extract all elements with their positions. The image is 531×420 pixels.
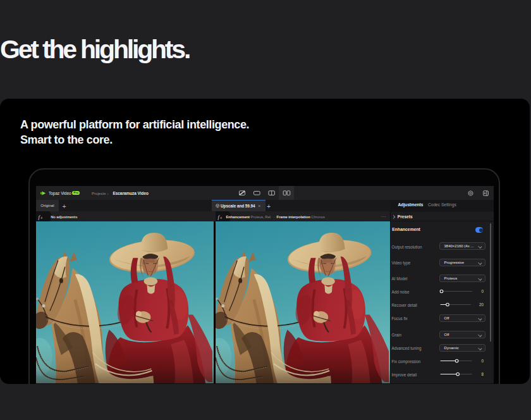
svg-text:0: 0	[481, 289, 484, 293]
svg-text:8: 8	[481, 372, 484, 376]
svg-text:x: x	[219, 215, 222, 219]
svg-text:x: x	[40, 215, 43, 219]
svg-text:20: 20	[479, 302, 484, 307]
svg-text:0: 0	[481, 359, 484, 363]
